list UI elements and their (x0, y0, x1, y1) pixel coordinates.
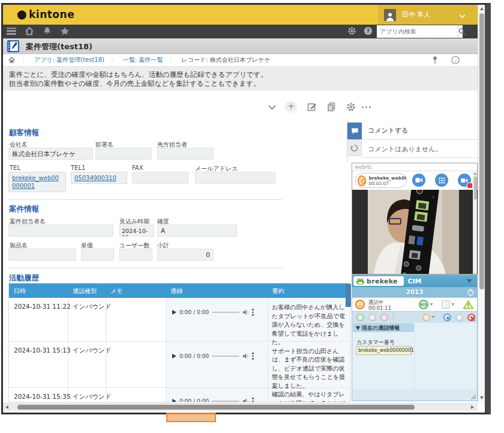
pin-icon[interactable] (432, 56, 438, 64)
product-field (8, 249, 76, 261)
record-toolbar: + (3, 91, 478, 121)
scroll-up-icon[interactable] (480, 7, 484, 10)
search-button[interactable] (458, 25, 466, 38)
scroll-left-icon[interactable] (5, 405, 8, 409)
call-info-section-header[interactable]: ▼ 現在の通話情報 (353, 323, 414, 332)
home-icon[interactable] (25, 26, 34, 35)
menu-icon[interactable] (7, 28, 16, 35)
kintone-logo[interactable]: kintone (16, 8, 74, 20)
record-settings-gear-icon[interactable] (346, 102, 356, 112)
audio-menu-icon[interactable] (252, 309, 254, 316)
audio-player: 0:00 / 0:00 (172, 307, 263, 317)
acd-caret-icon (430, 303, 433, 306)
play-icon[interactable] (172, 399, 176, 402)
answer-button[interactable] (356, 313, 364, 321)
user-avatar-icon (384, 9, 396, 21)
info-icon[interactable]: i (451, 56, 460, 64)
vertical-scrollbar[interactable] (478, 5, 485, 403)
audio-seekbar[interactable] (212, 356, 239, 357)
case-section-heading: 案件情報 (9, 204, 39, 214)
dept-field (95, 148, 152, 160)
app-search-input[interactable] (377, 25, 458, 38)
summary-paragraph: 確認の結果、やはりタブレットは故障していることが分かり、山田さんは迅速に交換手続… (272, 390, 347, 402)
row-datetime: 2024-10-31 15:35 (14, 393, 71, 400)
keypad-button[interactable] (435, 174, 448, 187)
volume-icon[interactable] (242, 309, 249, 315)
edit-record-icon[interactable] (307, 102, 317, 112)
settings-gear-icon[interactable] (347, 26, 356, 35)
duplicate-record-icon[interactable] (327, 102, 336, 112)
notifications-bell-icon[interactable] (43, 26, 52, 35)
voicemail-button[interactable] (380, 313, 388, 321)
audio-seekbar[interactable] (212, 312, 239, 313)
row-datetime: 2024-10-31 11:22 (14, 303, 71, 310)
breadcrumb-home-icon[interactable] (8, 56, 16, 64)
screen: kintone 田中 隼人 (0, 0, 504, 433)
favorites-star-icon[interactable] (60, 26, 70, 35)
audio-player: 0:00 / 0:00 (172, 396, 263, 402)
browser-window: kintone 田中 隼人 (1, 3, 491, 414)
video-call-button[interactable] (412, 174, 425, 187)
sidebar-edge (346, 284, 351, 307)
webrtc-window-title[interactable]: webrtc (352, 163, 477, 171)
webrtc-scrollbar[interactable] (473, 172, 477, 274)
app-title[interactable]: 案件管理(test18) (26, 41, 92, 52)
audio-seekbar[interactable] (212, 401, 239, 402)
scroll-right-icon[interactable] (471, 405, 474, 409)
audio-menu-icon[interactable] (252, 353, 254, 360)
breadcrumb: 〉 アプリ: 案件管理(test18) 〉 一覧: 案件一覧 〉 レコード: 株… (3, 54, 478, 67)
col-memo: メモ (110, 287, 122, 295)
audio-player: 0:00 / 0:00 (172, 351, 263, 361)
power-icon[interactable] (467, 288, 475, 296)
expect-field: 2024-10-31 (119, 225, 154, 237)
breadcrumb-list-link[interactable]: 一覧: 案件一覧 (123, 56, 163, 64)
record-button[interactable] (455, 313, 463, 321)
cim-right-column (415, 323, 476, 389)
customer-number-field[interactable]: brekeke_web00000001 (356, 346, 412, 355)
active-call-pill[interactable]: brekeke_web0000... 00:02:07 (355, 173, 407, 188)
brekeke-logo-text: brekeke (367, 277, 398, 285)
cim-dropdown-icon[interactable] (466, 279, 472, 283)
hold-button[interactable] (443, 313, 451, 321)
line-select-icon[interactable] (442, 300, 450, 309)
resize-handle[interactable] (471, 395, 476, 399)
add-record-button[interactable]: + (285, 101, 297, 113)
audio-menu-icon[interactable] (252, 398, 254, 402)
user-menu[interactable]: 田中 隼人 (378, 5, 478, 25)
camera-off-button[interactable] (458, 174, 471, 187)
global-nav: ? (3, 25, 478, 38)
breadcrumb-record: レコード: 株式会社日本ブレケケ (182, 56, 271, 64)
collapse-chevron-icon[interactable] (268, 102, 276, 110)
volume-icon[interactable] (242, 398, 249, 402)
play-icon[interactable] (172, 354, 176, 359)
brekeke-frog-icon (356, 277, 365, 285)
call-state: 通話中 (368, 299, 391, 305)
col-datetime: 日時 (14, 287, 26, 295)
fax-label: FAX (132, 165, 143, 171)
scroll-down-icon[interactable] (480, 396, 484, 399)
scroll-up-arrow-icon[interactable] (474, 172, 476, 175)
horizontal-scrollbar[interactable] (3, 403, 478, 411)
park-button[interactable] (368, 313, 376, 321)
add-comment-button[interactable]: コメントする (362, 121, 478, 140)
tel-link[interactable]: brekeke_web00000001 (12, 175, 59, 189)
comments-tab[interactable] (347, 123, 362, 139)
tel-label: TEL (10, 165, 20, 171)
users-field (119, 249, 152, 261)
transfer-button[interactable] (422, 313, 430, 321)
history-tab[interactable] (347, 139, 362, 156)
horizontal-scroll-thumb[interactable] (17, 405, 415, 410)
vertical-scroll-thumb[interactable] (479, 13, 484, 289)
user-menu-caret-icon (460, 13, 466, 19)
volume-icon[interactable] (242, 353, 249, 359)
help-icon[interactable]: ? (364, 26, 373, 35)
subtotal-field: 0 (157, 249, 214, 261)
breadcrumb-app-link[interactable]: アプリ: 案件管理(test18) (34, 56, 104, 64)
line-caret-icon (451, 303, 455, 306)
play-icon[interactable] (172, 310, 176, 315)
tel1-link[interactable]: 05034900310 (74, 175, 116, 181)
hangup-button[interactable] (467, 313, 475, 321)
acd-status-icon[interactable]: ACD (419, 300, 428, 309)
fax-field (132, 172, 188, 184)
more-options-icon[interactable] (362, 106, 371, 108)
